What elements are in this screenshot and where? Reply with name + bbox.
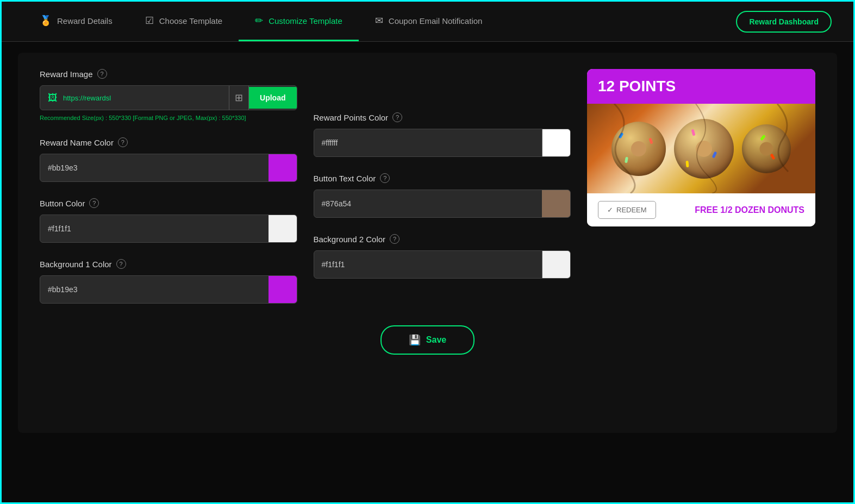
redeem-button[interactable]: ✓ REDEEM <box>598 201 656 219</box>
image-hint-text: Recommended Size(px) : 550*330 [Format P… <box>40 115 297 121</box>
bg1-color-swatch[interactable] <box>269 275 297 304</box>
grid-icon: ⊞ <box>229 92 248 104</box>
reward-points-color-title: Reward Points Color <box>314 113 389 122</box>
save-icon: 💾 <box>409 334 421 346</box>
reward-name-color-section: Reward Name Color ? #bb19e3 <box>40 137 297 182</box>
tab-coupon-email-label: Coupon Email Notification <box>389 16 483 26</box>
bg2-color-input[interactable]: #f1f1f1 <box>314 260 542 269</box>
button-text-color-input[interactable]: #876a54 <box>314 199 542 208</box>
button-color-label: Button Color ? <box>40 198 297 208</box>
preview-donut-image <box>587 104 815 193</box>
bg1-color-label: Background 1 Color ? <box>40 259 297 269</box>
tab-reward-details-label: Reward Details <box>57 16 113 26</box>
bg1-color-section: Background 1 Color ? #bb19e3 <box>40 259 297 304</box>
tab-choose-template[interactable]: ☑ Choose Template <box>129 2 239 41</box>
button-text-color-help-icon[interactable]: ? <box>380 173 390 183</box>
preview-points-text: 12 POINTS <box>598 78 804 95</box>
tab-reward-details[interactable]: 🏅 Reward Details <box>23 2 129 41</box>
bg2-color-title: Background 2 Color <box>314 235 386 244</box>
tab-coupon-email[interactable]: ✉ Coupon Email Notification <box>359 2 499 41</box>
reward-name-color-help-icon[interactable]: ? <box>118 137 128 147</box>
reward-points-color-swatch[interactable] <box>542 129 570 157</box>
reward-name-color-title: Reward Name Color <box>40 138 114 147</box>
bg2-color-section: Background 2 Color ? #f1f1f1 <box>314 234 571 279</box>
bg2-color-help-icon[interactable]: ? <box>390 234 400 244</box>
preview-header: 12 POINTS <box>587 69 815 104</box>
bg2-color-swatch[interactable] <box>542 250 570 279</box>
image-url-text: https://rewardsl <box>63 94 111 102</box>
preview-footer: ✓ REDEEM FREE 1/2 DOZEN DONUTS <box>587 193 815 226</box>
reward-points-color-label: Reward Points Color ? <box>314 112 571 122</box>
image-icon: 🖼 <box>48 92 58 104</box>
bg1-color-field: #bb19e3 <box>40 275 297 304</box>
reward-name-color-label: Reward Name Color ? <box>40 137 297 147</box>
button-color-input[interactable]: #f1f1f1 <box>40 224 269 233</box>
left-column: Reward Image ? 🖼 https://rewardsl ⊞ Uplo… <box>40 69 297 304</box>
reward-points-color-section: Reward Points Color ? #ffffff <box>314 112 571 157</box>
tab-customize-template[interactable]: ✏ Customize Template <box>239 2 359 41</box>
nav-tabs: 🏅 Reward Details ☑ Choose Template ✏ Cus… <box>2 2 853 42</box>
image-upload-row: 🖼 https://rewardsl ⊞ Upload <box>40 85 297 110</box>
button-text-color-label: Button Text Color ? <box>314 173 571 183</box>
preview-card: 12 POINTS <box>587 69 815 226</box>
reward-name-color-input[interactable]: #bb19e3 <box>40 163 269 172</box>
reward-points-color-field: #ffffff <box>314 129 571 157</box>
reward-image-help-icon[interactable]: ? <box>97 69 107 79</box>
button-text-color-swatch[interactable] <box>542 190 570 218</box>
preview-column: 12 POINTS <box>587 69 815 304</box>
bg1-color-title: Background 1 Color <box>40 260 112 269</box>
image-url-wrapper: 🖼 https://rewardsl <box>40 87 229 109</box>
reward-name-preview: FREE 1/2 DOZEN DONUTS <box>695 205 804 215</box>
reward-name-color-swatch[interactable] <box>269 154 297 182</box>
button-text-color-title: Button Text Color <box>314 174 376 183</box>
check-mark: ✓ <box>607 206 613 214</box>
reward-image-section: Reward Image ? 🖼 https://rewardsl ⊞ Uplo… <box>40 69 297 121</box>
redeem-label: REDEEM <box>616 206 647 214</box>
reward-dashboard-button[interactable]: Reward Dashboard <box>736 11 832 33</box>
button-color-field: #f1f1f1 <box>40 215 297 243</box>
bg2-color-label: Background 2 Color ? <box>314 234 571 244</box>
mail-icon: ✉ <box>375 15 383 27</box>
reward-points-color-input[interactable]: #ffffff <box>314 138 542 147</box>
save-button[interactable]: 💾 Save <box>380 325 475 355</box>
reward-name-color-field: #bb19e3 <box>40 154 297 182</box>
middle-column: Reward Points Color ? #ffffff Button Tex… <box>314 69 571 304</box>
tab-customize-template-label: Customize Template <box>269 16 342 26</box>
button-text-color-section: Button Text Color ? #876a54 <box>314 173 571 218</box>
reward-image-title: Reward Image <box>40 70 93 79</box>
bg1-color-help-icon[interactable]: ? <box>116 259 126 269</box>
check-icon: ☑ <box>145 15 154 27</box>
main-content: Reward Image ? 🖼 https://rewardsl ⊞ Uplo… <box>18 53 837 433</box>
bg1-color-input[interactable]: #bb19e3 <box>40 285 269 294</box>
button-color-title: Button Color <box>40 199 85 208</box>
bg2-color-field: #f1f1f1 <box>314 250 571 279</box>
upload-button[interactable]: Upload <box>249 87 296 109</box>
reward-points-color-help-icon[interactable]: ? <box>392 112 402 122</box>
reward-icon: 🏅 <box>40 15 52 27</box>
tab-choose-template-label: Choose Template <box>159 16 222 26</box>
button-color-swatch[interactable] <box>269 215 297 243</box>
button-color-section: Button Color ? #f1f1f1 <box>40 198 297 243</box>
edit-icon: ✏ <box>255 15 263 27</box>
button-color-help-icon[interactable]: ? <box>89 198 99 208</box>
button-text-color-field: #876a54 <box>314 190 571 218</box>
reward-image-label: Reward Image ? <box>40 69 297 79</box>
save-btn-row: 💾 Save <box>40 325 815 355</box>
save-label: Save <box>426 335 446 345</box>
